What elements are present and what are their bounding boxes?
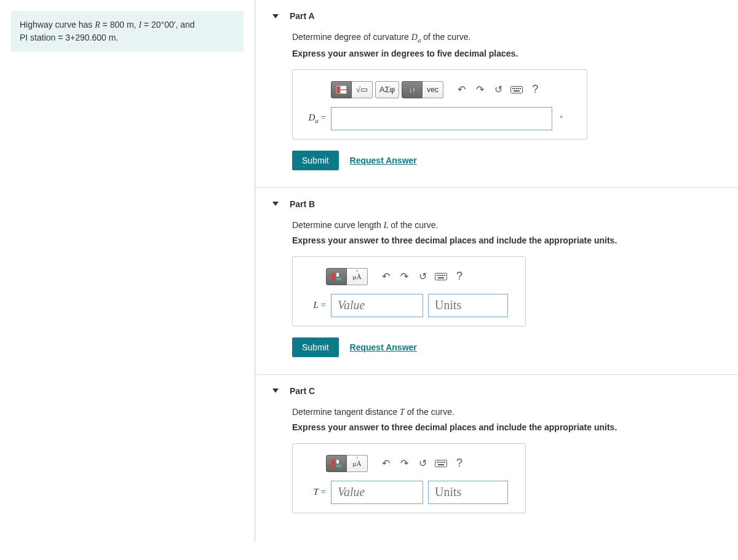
redo-icon[interactable]: ↷ [472, 82, 488, 98]
svg-rect-6 [516, 88, 517, 89]
svg-rect-29 [438, 464, 444, 465]
reset-icon[interactable]: ↺ [490, 82, 506, 98]
keyboard-icon[interactable] [433, 269, 449, 285]
svg-rect-19 [438, 277, 444, 278]
part-b-input-row: L = [301, 294, 517, 317]
svg-rect-7 [518, 88, 519, 89]
part-a-actions: Submit Request Answer [292, 151, 738, 170]
svg-rect-4 [512, 88, 514, 89]
undo-icon[interactable]: ↶ [378, 455, 394, 471]
svg-rect-12 [336, 278, 341, 280]
part-title: Part C [290, 386, 315, 396]
part-b-actions: Submit Request Answer [292, 337, 738, 357]
svg-rect-8 [520, 88, 521, 89]
part-c-var-label: T = [301, 487, 326, 497]
request-answer-link[interactable]: Request Answer [350, 156, 417, 165]
prompt-text: of the curve. [388, 220, 438, 230]
redo-icon[interactable]: ↷ [396, 455, 412, 471]
part-c-units-input[interactable] [428, 481, 508, 504]
prompt-text: Determine curve length [292, 220, 384, 230]
angstrom-icon[interactable]: µÅ° [347, 268, 368, 285]
problem-text: = 800 m, [100, 20, 139, 30]
part-a-header[interactable]: Part A [255, 0, 738, 32]
units-toolbar: µÅ° ↶ ↷ ↺ ? [326, 455, 517, 472]
help-icon[interactable]: ? [527, 82, 543, 98]
prompt-var: D [411, 33, 418, 42]
part-b-header[interactable]: Part B [255, 188, 738, 220]
help-icon[interactable]: ? [451, 455, 467, 471]
part-b: Part B Determine curve length L of the c… [255, 187, 738, 374]
submit-button[interactable]: Submit [292, 151, 339, 170]
part-c-answer-box: µÅ° ↶ ↷ ↺ ? T = [292, 443, 526, 513]
undo-icon[interactable]: ↶ [453, 82, 469, 98]
redo-icon[interactable]: ↷ [396, 269, 412, 285]
collapse-icon [272, 14, 279, 18]
degree-symbol: ° [560, 114, 563, 123]
part-b-answer-box: µÅ° ↶ ↷ ↺ ? L = [292, 256, 526, 326]
request-answer-link[interactable]: Request Answer [350, 342, 417, 352]
part-title: Part B [290, 199, 315, 209]
svg-rect-15 [438, 275, 440, 276]
reset-icon[interactable]: ↺ [415, 269, 430, 285]
svg-rect-24 [437, 462, 438, 463]
svg-rect-16 [440, 275, 442, 276]
problem-text: Highway curve has [20, 20, 95, 30]
part-a: Part A Determine degree of curvature Da … [255, 0, 738, 187]
part-b-prompt: Determine curve length L of the curve. [292, 220, 738, 231]
svg-rect-2 [341, 90, 346, 93]
part-b-value-input[interactable] [331, 294, 423, 317]
svg-rect-20 [331, 460, 335, 467]
svg-rect-3 [511, 86, 523, 93]
page-container: Highway curve has R = 800 m, I = 20°00′,… [0, 0, 738, 542]
svg-rect-11 [336, 273, 339, 277]
keyboard-icon[interactable] [509, 82, 525, 98]
part-a-value-input[interactable] [331, 107, 552, 130]
problem-text: PI station = 3+290.600 m. [20, 33, 118, 42]
problem-statement: Highway curve has R = 800 m, I = 20°00′,… [11, 11, 244, 52]
parts-panel: Part A Determine degree of curvature Da … [255, 0, 738, 542]
part-a-answer-box: √▭ ΑΣφ ↓↑ vec ↶ ↷ ↺ [292, 69, 587, 140]
angstrom-icon[interactable]: µÅ° [347, 455, 368, 472]
template-icon[interactable] [326, 455, 347, 472]
arrows-icon[interactable]: ↓↑ [402, 81, 423, 98]
submit-button[interactable]: Submit [292, 337, 339, 357]
prompt-text: of the curve. [421, 32, 470, 42]
problem-var-r: R [95, 20, 100, 30]
keyboard-icon[interactable] [433, 455, 449, 471]
svg-rect-18 [444, 275, 445, 276]
svg-rect-13 [435, 273, 447, 280]
sqrt-icon[interactable]: √▭ [352, 81, 373, 98]
part-c-body: Determine tangent distance T of the curv… [255, 407, 738, 524]
template-icon[interactable] [326, 268, 347, 285]
greek-button[interactable]: ΑΣφ [375, 81, 399, 98]
part-c-value-input[interactable] [331, 481, 423, 504]
prompt-text: of the curve. [405, 407, 454, 417]
svg-rect-28 [444, 462, 445, 463]
part-b-instruction: Express your answer to three decimal pla… [292, 235, 738, 245]
svg-rect-21 [336, 460, 339, 463]
part-a-prompt: Determine degree of curvature Da of the … [292, 32, 738, 44]
prompt-text: Determine tangent distance [292, 407, 400, 417]
svg-rect-9 [514, 90, 520, 92]
part-c-input-row: T = [301, 481, 517, 504]
svg-rect-17 [442, 275, 443, 276]
part-b-units-input[interactable] [428, 294, 508, 317]
svg-rect-5 [514, 88, 515, 89]
svg-rect-22 [336, 465, 341, 467]
template-icon[interactable] [331, 81, 352, 98]
part-c-header[interactable]: Part C [255, 375, 738, 407]
problem-panel: Highway curve has R = 800 m, I = 20°00′,… [0, 0, 255, 542]
help-icon[interactable]: ? [451, 269, 467, 285]
svg-rect-1 [341, 86, 346, 89]
part-title: Part A [290, 11, 315, 21]
prompt-var: T [400, 408, 405, 417]
undo-icon[interactable]: ↶ [378, 269, 394, 285]
part-c-instruction: Express your answer to three decimal pla… [292, 422, 738, 432]
svg-rect-14 [437, 275, 438, 276]
problem-text: = 20°00′, and [141, 20, 194, 30]
vec-button[interactable]: vec [423, 81, 443, 98]
svg-rect-27 [442, 462, 443, 463]
collapse-icon [272, 202, 279, 206]
reset-icon[interactable]: ↺ [415, 455, 430, 471]
svg-rect-10 [331, 273, 335, 280]
